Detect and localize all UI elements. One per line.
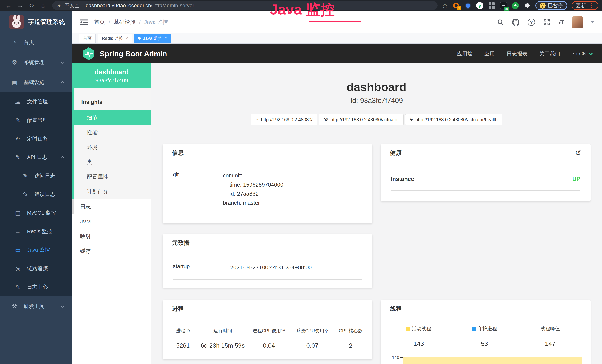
- sba-nav-item[interactable]: 应用墙: [457, 50, 473, 57]
- sidebar-item[interactable]: ☁ 文件管理: [0, 92, 72, 111]
- threads-legend: 活动线程 143 守护进程 53: [386, 325, 583, 347]
- font-size-icon[interactable]: [559, 19, 564, 26]
- profile-emoji-icon: [540, 3, 546, 9]
- sba-nav-item[interactable]: 关于我们: [539, 50, 560, 57]
- sidebar-item-label: MySQL 监控: [27, 209, 56, 216]
- legend-label: 线程峰值: [541, 326, 560, 331]
- close-tab-icon[interactable]: [126, 36, 128, 41]
- instance-url-button[interactable]: ⌂ http://192.168.0.2:48080/: [251, 114, 317, 125]
- view-tab[interactable]: 首页: [79, 34, 96, 43]
- grid-shape: [489, 2, 495, 9]
- health-card-title: 健康: [390, 149, 402, 157]
- legend-label: 守护进程: [478, 326, 497, 331]
- sidebar-item[interactable]: ⚒ 研发工具: [0, 296, 72, 316]
- breadcrumb-item[interactable]: 基础设施: [105, 19, 135, 26]
- extension-on-icon[interactable]: on: [500, 2, 507, 9]
- reload-icon[interactable]: ↻: [27, 1, 36, 10]
- sba-menu-item[interactable]: 类: [74, 155, 151, 170]
- page-url: dashboard.yudao.iocoder.cn/infra/admin-s…: [86, 3, 194, 9]
- breadcrumb-item[interactable]: 首页: [94, 19, 105, 26]
- fullscreen-icon[interactable]: [543, 19, 550, 26]
- chart-plot-area: [402, 355, 583, 364]
- sba-nav-item[interactable]: 应用: [484, 50, 495, 57]
- sidebar-item-label: 系统管理: [24, 59, 44, 66]
- user-avatar[interactable]: [572, 16, 583, 28]
- browser-menu-dots-icon[interactable]: ⋮: [588, 2, 594, 9]
- sidebar-item-icon: ✎: [22, 191, 29, 198]
- sba-menu-item[interactable]: 配置属性: [74, 170, 151, 184]
- help-icon[interactable]: ?: [528, 19, 535, 26]
- sba-app-header[interactable]: dashboard 93a3fc7f7409: [72, 63, 151, 88]
- hamburger-icon[interactable]: [80, 19, 88, 25]
- bookmark-star-icon[interactable]: ☆: [442, 2, 448, 10]
- profile-paused-chip[interactable]: 已暂停: [536, 1, 567, 10]
- view-tab[interactable]: Java 监控: [134, 34, 171, 43]
- health-history-icon[interactable]: ↺: [575, 149, 581, 157]
- legend-swatch: [472, 327, 476, 331]
- sidebar-item[interactable]: ✎ 错误日志: [0, 185, 72, 203]
- sidebar-item[interactable]: ▣ 基础设施: [0, 72, 72, 92]
- process-column-header: 进程CPU使用率: [247, 328, 291, 334]
- chevron-icon: [60, 81, 64, 85]
- sidebar-item[interactable]: ⚙ 系统管理: [0, 52, 72, 72]
- sba-menu-item[interactable]: 日志: [72, 199, 151, 214]
- user-caret-icon[interactable]: [591, 21, 594, 23]
- update-button[interactable]: 更新⋮: [572, 1, 598, 10]
- back-icon[interactable]: ←: [4, 1, 13, 10]
- sidebar-item[interactable]: ✎ 配置管理: [0, 111, 72, 129]
- sba-menu-item[interactable]: 性能: [74, 125, 151, 140]
- sba-menu-item[interactable]: 缓存: [72, 244, 151, 259]
- threads-card-title: 线程: [390, 305, 402, 313]
- sidebar-item[interactable]: ≣ Redis 监控: [0, 222, 72, 241]
- sba-nav-item[interactable]: 日志报表: [507, 50, 527, 57]
- sidebar-item-icon: ◎: [14, 265, 22, 272]
- sba-menu-label: 环境: [87, 144, 97, 151]
- github-icon[interactable]: [512, 19, 519, 26]
- sidebar-item-label: 配置管理: [27, 117, 48, 124]
- forward-icon[interactable]: →: [15, 1, 25, 10]
- info-row: git commit:time: 1596289704000id: 27aa83…: [173, 171, 362, 215]
- sidebar-item[interactable]: ✎ 访问日志: [0, 167, 72, 185]
- security-warning-icon[interactable]: ⚠: [57, 3, 62, 9]
- instance-url-button[interactable]: ⚒ http://192.168.0.2:48080/actuator: [319, 114, 404, 125]
- sba-menu-label: 类: [87, 159, 92, 166]
- sba-menu-item[interactable]: 映射: [72, 229, 151, 244]
- extension-orange-icon[interactable]: 1: [452, 2, 460, 9]
- sidebar-item-label: Redis 监控: [27, 228, 52, 235]
- search-icon[interactable]: [497, 19, 504, 26]
- breadcrumb-item[interactable]: Java 监控: [135, 19, 168, 26]
- sba-menu-item[interactable]: JVM: [72, 214, 151, 229]
- sidebar-item-label: API 日志: [27, 154, 47, 161]
- sba-menu-item[interactable]: 环境: [74, 140, 151, 155]
- view-tab[interactable]: Redis 监控: [98, 34, 132, 43]
- extension-pin-icon[interactable]: [464, 2, 472, 9]
- home-icon[interactable]: ⌂: [38, 1, 48, 10]
- health-card: 健康 ↺ Instance UP: [381, 144, 591, 201]
- close-tab-icon[interactable]: [165, 36, 167, 41]
- sba-header: Spring Boot Admin 应用墙应用日志报表关于我们 zh-CN: [72, 43, 602, 63]
- instance-id: Id: 93a3fc7f7409: [163, 96, 591, 105]
- extensions-puzzle-icon[interactable]: [524, 2, 531, 9]
- sidebar-item[interactable]: ✎ API 日志: [0, 148, 72, 167]
- app-logo-row[interactable]: 芋道管理系统: [0, 11, 72, 32]
- sidebar-item-icon: ✎: [14, 117, 22, 124]
- instance-url-button[interactable]: ♥ http://192.168.0.2:48080/actuator/heal…: [405, 114, 502, 125]
- sba-locale-select[interactable]: zh-CN: [572, 51, 592, 57]
- sidebar-item[interactable]: ◔ 首页: [0, 32, 72, 52]
- extension-leaf-icon[interactable]: [512, 2, 519, 9]
- address-bar[interactable]: ⚠ 不安全 dashboard.yudao.iocoder.cn/infra/a…: [52, 1, 438, 10]
- annotation-text: Java 监控: [270, 0, 335, 20]
- threads-chart: 140120100: [386, 355, 583, 364]
- sidebar-item[interactable]: ◎ 链路追踪: [0, 259, 72, 278]
- sba-menu-item[interactable]: 计划任务: [74, 184, 151, 199]
- sba-insights-group: Insights 细节性能环境类配置属性计划任务: [72, 88, 151, 199]
- sba-menu-item[interactable]: 细节: [74, 110, 151, 125]
- health-row[interactable]: Instance UP: [391, 176, 580, 191]
- extension-grid-icon[interactable]: [488, 2, 495, 9]
- sidebar-item[interactable]: ▤ MySQL 监控: [0, 203, 72, 222]
- sidebar-item[interactable]: ▭ Java 监控: [0, 241, 72, 259]
- sidebar-item-icon: ↻: [14, 135, 22, 142]
- sidebar-item[interactable]: ✎ 日志中心: [0, 278, 72, 296]
- extension-y-icon[interactable]: y: [476, 2, 484, 9]
- sidebar-item[interactable]: ↻ 定时任务: [0, 129, 72, 148]
